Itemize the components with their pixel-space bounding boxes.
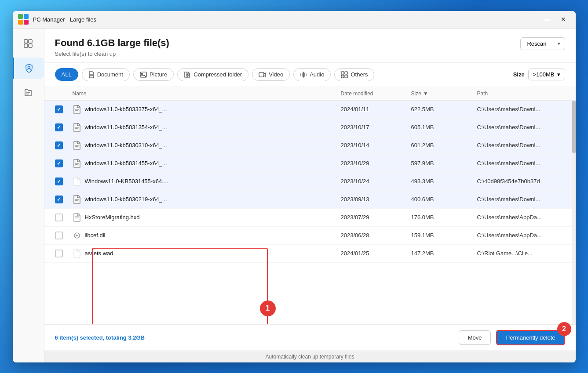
- minimize-button[interactable]: —: [541, 14, 555, 25]
- rescan-button[interactable]: Rescan ▾: [520, 37, 565, 50]
- svg-rect-31: [75, 200, 78, 201]
- svg-rect-5: [29, 40, 32, 43]
- filter-bar: ALL Document Picture: [44, 63, 576, 87]
- permanently-delete-button[interactable]: Permanently delete: [496, 330, 565, 345]
- row-checkbox[interactable]: [55, 177, 63, 185]
- bottom-bar-text: Automatically clean up temporary files: [265, 354, 354, 360]
- page-title: Found 6.1GB large file(s): [55, 37, 169, 49]
- sidebar-item-files[interactable]: [18, 82, 39, 103]
- filter-picture-button[interactable]: Picture: [133, 68, 174, 81]
- move-button[interactable]: Move: [459, 330, 491, 345]
- file-type-icon: [73, 158, 81, 169]
- size-dropdown-icon: ▾: [557, 71, 560, 78]
- row-checkbox[interactable]: [55, 196, 63, 203]
- file-type-icon: [73, 104, 81, 115]
- sidebar-item-security[interactable]: [13, 58, 44, 79]
- main-window: PC Manager - Large files — ✕: [13, 11, 576, 362]
- bottom-bar: Automatically clean up temporary files: [44, 351, 576, 362]
- scrollbar-thumb[interactable]: [572, 101, 576, 153]
- table-row[interactable]: HxStoreMigrating.hxd 2023/07/29 176.0MB …: [44, 209, 576, 227]
- selected-text: 6 item(s) selected, totaling: [55, 334, 128, 341]
- row-checkbox[interactable]: [55, 250, 63, 257]
- window-controls: — ✕: [541, 14, 570, 25]
- filter-all-button[interactable]: ALL: [55, 68, 78, 81]
- svg-rect-1: [24, 14, 29, 19]
- svg-rect-23: [75, 110, 78, 111]
- file-type-icon: [73, 194, 81, 205]
- file-type-icon: [73, 176, 81, 187]
- filter-document-button[interactable]: Document: [82, 68, 130, 81]
- row-checkbox[interactable]: [55, 214, 63, 221]
- filter-picture-label: Picture: [150, 71, 167, 78]
- filter-document-label: Document: [97, 71, 123, 78]
- header-left: Found 6.1GB large file(s) Select file(s)…: [55, 37, 169, 57]
- svg-rect-27: [75, 146, 78, 147]
- badge-1: 1: [260, 301, 276, 316]
- size-dropdown[interactable]: >100MB ▾: [528, 69, 565, 80]
- delete-btn-wrapper: Permanently delete 2: [496, 330, 565, 345]
- scrollbar-track[interactable]: [572, 101, 576, 324]
- svg-rect-24: [75, 127, 79, 128]
- svg-rect-26: [75, 145, 79, 146]
- col-header-checkbox: [55, 91, 73, 97]
- footer-info: 6 item(s) selected, totaling 3.2GB: [55, 334, 145, 341]
- table-row[interactable]: windows11.0-kb5033375-x64_... 2024/01/11…: [44, 101, 576, 119]
- table-row[interactable]: windows11.0-kb5031354-x64_... 2023/10/17…: [44, 119, 576, 137]
- close-button[interactable]: ✕: [556, 14, 570, 25]
- file-name-cell: windows11.0-kb5031354-x64_...: [73, 122, 341, 133]
- table-row[interactable]: windows11.0-kb5030219-x64_... 2023/09/13…: [44, 191, 576, 209]
- file-type-icon: [73, 248, 81, 259]
- title-bar: PC Manager - Large files — ✕: [13, 11, 576, 29]
- svg-rect-20: [341, 75, 344, 78]
- file-name-cell: windows11.0-kb5030219-x64_...: [73, 194, 341, 205]
- svg-rect-29: [75, 164, 78, 165]
- filter-video-button[interactable]: Video: [252, 68, 290, 81]
- filter-compressed-label: Compressed folder: [194, 71, 242, 78]
- svg-rect-25: [75, 128, 78, 129]
- file-name-cell: windows11.0-kb5033375-x64_...: [73, 104, 341, 115]
- svg-rect-21: [345, 75, 347, 78]
- row-checkbox[interactable]: [55, 141, 63, 149]
- selected-size: 3.2GB: [128, 334, 145, 341]
- svg-rect-22: [75, 109, 79, 110]
- badge-2: 2: [557, 322, 571, 336]
- page-subtitle: Select file(s) to clean up: [55, 51, 169, 57]
- size-filter-label: Size: [513, 71, 525, 78]
- svg-rect-3: [24, 20, 29, 25]
- sort-icon[interactable]: ▼: [423, 91, 428, 97]
- file-name-cell: assets.wad: [73, 248, 341, 259]
- file-name-cell: HxStoreMigrating.hxd: [73, 212, 341, 223]
- rescan-arrow-icon: ▾: [553, 38, 565, 49]
- file-type-icon: [73, 122, 81, 133]
- filter-audio-button[interactable]: Audio: [293, 68, 331, 81]
- col-header-path: Path: [477, 91, 565, 97]
- sidebar-item-overview[interactable]: [18, 33, 39, 54]
- file-type-icon: [73, 212, 81, 223]
- table-header: Name Date modified Size ▼ Path: [44, 87, 576, 101]
- file-type-icon: [73, 230, 81, 241]
- filter-compressed-button[interactable]: Compressed folder: [177, 68, 248, 81]
- file-name-cell: windows11.0-kb5031455-x64_...: [73, 158, 341, 169]
- size-filter: Size >100MB ▾: [513, 69, 565, 80]
- row-checkbox[interactable]: [55, 232, 63, 239]
- table-row[interactable]: windows11.0-kb5030310-x64_... 2023/10/14…: [44, 137, 576, 155]
- file-name-cell: windows11.0-kb5030310-x64_...: [73, 140, 341, 151]
- filter-others-button[interactable]: Others: [334, 68, 374, 81]
- footer: 6 item(s) selected, totaling 3.2GB Move …: [44, 324, 576, 351]
- svg-rect-6: [24, 44, 28, 47]
- svg-rect-7: [29, 44, 32, 47]
- table-row[interactable]: libcef.dll 2023/06/28 159.1MB C:\Users\m…: [44, 227, 576, 245]
- svg-rect-18: [341, 72, 344, 74]
- file-name-cell: Windows11.0-KB5031455-x64....: [73, 176, 341, 187]
- row-checkbox[interactable]: [55, 105, 63, 113]
- file-type-icon: [73, 140, 81, 151]
- sidebar: [13, 29, 44, 362]
- rescan-label: Rescan: [521, 38, 553, 50]
- table-row[interactable]: Windows11.0-KB5031455-x64.... 2023/10/24…: [44, 173, 576, 191]
- row-checkbox[interactable]: [55, 159, 63, 167]
- table-row[interactable]: windows11.0-kb5031455-x64_... 2023/10/29…: [44, 155, 576, 173]
- table-row[interactable]: assets.wad 2024/01/25 147.2MB C:\Riot Ga…: [44, 245, 576, 263]
- row-checkbox[interactable]: [55, 123, 63, 131]
- col-header-name: Name: [73, 91, 341, 97]
- svg-rect-19: [345, 72, 347, 74]
